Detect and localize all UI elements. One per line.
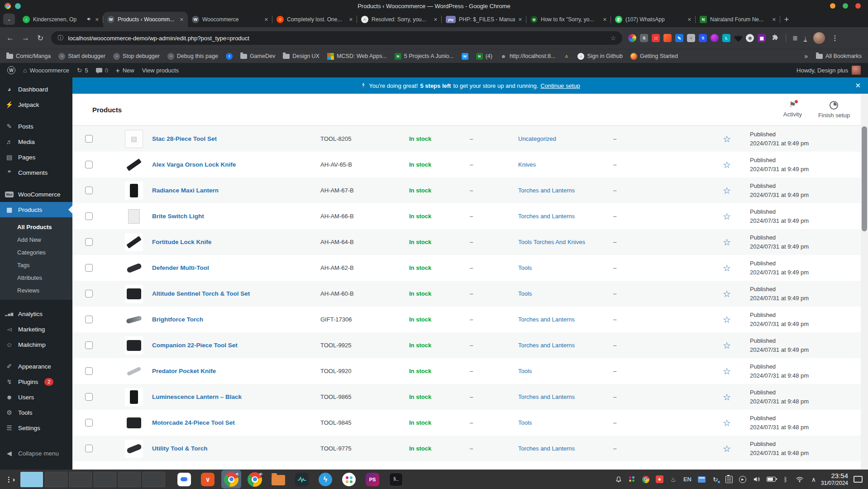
tab-php-files[interactable]: phpPHP: $_FILES - Manua...✕ [442,12,526,27]
product-thumbnail[interactable] [125,285,143,303]
product-category-link[interactable]: Torches and Lanterns [518,342,613,349]
product-name-link[interactable]: Stac 28-Piece Tool Set [152,135,320,142]
taskbar-app-app-blue[interactable]: ϟ [315,470,335,489]
sidebar-item-analytics[interactable]: ▂▅▇Analytics [0,306,72,321]
slack-tray-icon[interactable] [629,476,636,483]
product-category-link[interactable]: Torches and Lanterns [518,445,613,452]
s-blue-tile-extension-icon[interactable]: S [699,34,707,42]
red-tile-extension-icon[interactable]: ∷ [652,34,660,42]
banner-close-icon[interactable]: ✕ [855,82,861,90]
product-name-link[interactable]: Brite Switch Light [152,213,320,220]
row-checkbox[interactable] [85,445,93,452]
product-name-link[interactable]: Predator Pocket Knife [152,368,320,374]
product-category-link[interactable]: Tools [518,419,613,426]
taskbar-app-software[interactable]: ∨ [198,470,218,489]
taskbar-app-files[interactable] [268,470,288,489]
workspace-3[interactable] [69,472,92,487]
bookmark-design-ux[interactable]: Design UX [283,53,320,59]
featured-star-icon[interactable]: ☆ [723,238,750,247]
notifications-bell-icon[interactable] [615,476,622,483]
sidebar-item-pages[interactable]: ▤Pages [0,149,72,165]
sidebar-item-dashboard[interactable]: ◕Dashboard [0,82,72,97]
product-category-link[interactable]: Tools [518,368,613,374]
tab-close-icon[interactable]: ✕ [349,17,353,23]
workspace-4[interactable] [94,472,116,487]
new-tab-button[interactable]: + [780,13,793,26]
tab-close-icon[interactable]: ✕ [687,17,692,23]
red-diamond-tray-icon[interactable]: ❖ [656,475,663,483]
battery-icon[interactable] [767,477,776,482]
bookmark-gamedev[interactable]: GameDev [240,53,275,59]
bookmark-wikipedia-icon[interactable]: W [462,53,468,60]
taskbar-app-photoshop[interactable]: PS [362,470,382,489]
sidebar-subitem-categories[interactable]: Categories [0,246,72,259]
product-name-link[interactable]: Companion 22-Piece Tool Set [152,342,320,349]
product-name-link[interactable]: Alex Varga Orson Lock Knife [152,161,320,168]
window-maximize-button[interactable] [843,3,848,9]
browser-menu-icon[interactable]: ⋮ [831,34,838,42]
product-category-link[interactable]: Torches and Lanterns [518,316,613,323]
doc-tile-extension-icon[interactable]: ≡ [687,34,695,42]
tab-close-icon[interactable]: ✕ [264,17,268,23]
sidebar-item-appearance[interactable]: ✐Appearance [0,359,72,374]
featured-star-icon[interactable]: ☆ [723,418,750,427]
window-tray-icon[interactable] [698,476,706,483]
workspace-2[interactable] [45,472,67,487]
taskbar-app-terminal[interactable]: $_ [386,470,406,489]
tab-close-icon[interactable]: ✕ [434,17,438,23]
downloads-icon[interactable]: ↓ [804,35,807,42]
taskbar-app-slack[interactable] [339,470,359,489]
window-close-button[interactable] [855,3,861,9]
orange-tile-extension-icon[interactable] [663,34,672,42]
sidebar-item-settings[interactable]: ☰Settings [0,420,72,436]
featured-star-icon[interactable]: ☆ [723,264,750,273]
bookmark-mcsd-web-apps[interactable]: MCSD: Web Apps... [327,53,387,60]
sidebar-item-woocommerce[interactable]: WooWooCommerce [0,187,72,202]
product-thumbnail[interactable] [125,311,143,329]
product-thumbnail[interactable] [125,336,143,355]
profile-extension-icon[interactable]: ☻ [746,34,754,42]
clipboard-tray-icon[interactable] [725,476,733,483]
sidebar-subitem-add-new[interactable]: Add New [0,233,72,246]
product-thumbnail[interactable] [125,233,143,251]
tab-how-to-fix[interactable]: ◉How to fix "Sorry, yo...✕ [526,12,611,27]
row-checkbox[interactable] [85,135,93,143]
bookmark-getting-started[interactable]: Getting Started [630,53,678,60]
product-thumbnail[interactable] [125,362,143,380]
smoke-tray-icon[interactable]: ♨ [670,476,677,483]
bookmark-warning-icon[interactable]: ⚠ [563,53,570,60]
product-thumbnail[interactable] [125,207,143,225]
product-category-link[interactable]: Tools Torches And Knives [518,239,613,245]
bookmark-star-icon[interactable]: ☆ [610,34,616,42]
show-desktop-button[interactable] [854,476,863,483]
taskbar-app-toggles[interactable] [174,470,194,489]
bookmark-comic-manga[interactable]: Comic/Manga [6,53,51,59]
featured-star-icon[interactable]: ☆ [723,289,750,298]
admin-bar-comments[interactable]: 0 [96,67,108,74]
row-checkbox[interactable] [85,161,93,168]
sidebar-item-tools[interactable]: ⚙Tools [0,405,72,420]
workspace-5[interactable] [118,472,141,487]
row-checkbox[interactable] [85,341,93,349]
product-name-link[interactable]: Luminescence Lantern – Black [152,393,320,400]
sidebar-item-plugins[interactable]: ↯Plugins2 [0,374,72,389]
sidebar-item-products[interactable]: ▦Products [0,202,72,217]
product-thumbnail[interactable] [125,414,143,432]
tab-close-icon[interactable]: ✕ [772,17,776,23]
pencil-tile-extension-icon[interactable]: ✎ [675,34,683,42]
row-checkbox[interactable] [85,290,93,297]
wordpress-logo-icon[interactable]: W [7,66,15,74]
row-checkbox[interactable] [85,264,93,272]
bookmark-stop-debugger[interactable]: ◔Stop debugger [113,53,160,60]
bluetooth-icon[interactable]: ᛒ [782,476,789,483]
admin-bar-site-name[interactable]: ⌂ Woocommerce [23,67,69,74]
featured-star-icon[interactable]: ☆ [723,160,750,169]
purple-orb-extension-icon[interactable] [711,34,719,42]
featured-star-icon[interactable]: ☆ [723,134,750,144]
extensions-puzzle-icon[interactable] [772,34,779,43]
sidebar-item-collapse[interactable]: ◀Collapse menu [0,446,72,461]
sidebar-item-comments[interactable]: ❝Comments [0,165,72,180]
sidebar-item-posts[interactable]: ✎Posts [0,119,72,134]
tray-expand-chevron[interactable]: ∧ [810,476,817,483]
tab-resolved-sorry[interactable]: ∩Resolved: Sorry, you...✕ [357,12,442,27]
